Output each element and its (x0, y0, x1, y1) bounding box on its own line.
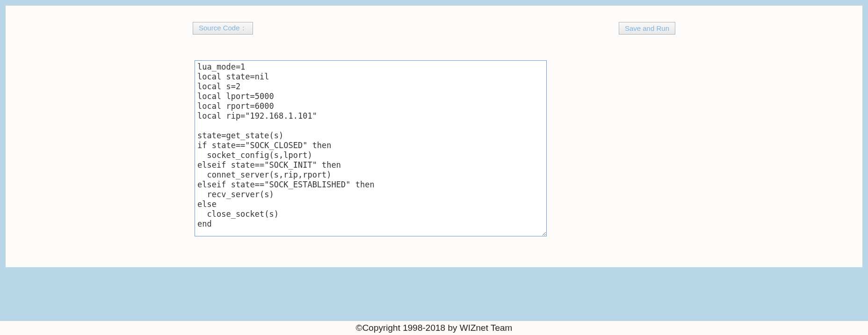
code-editor[interactable] (195, 60, 547, 236)
main-panel: Source Code： Save and Run (6, 6, 862, 267)
footer-copyright: ©Copyright 1998-2018 by WIZnet Team (0, 321, 868, 335)
save-and-run-button[interactable]: Save and Run (619, 22, 675, 35)
button-row: Source Code： Save and Run (6, 22, 862, 35)
source-code-button[interactable]: Source Code： (193, 22, 253, 35)
